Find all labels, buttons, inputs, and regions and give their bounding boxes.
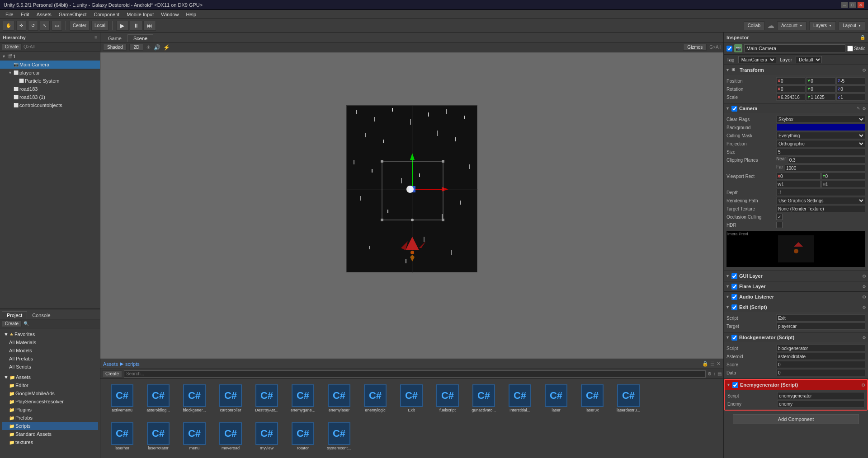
pause-btn[interactable]: ⏸ — [130, 21, 142, 31]
inspector-close[interactable]: 🔒 — [860, 35, 865, 40]
exit-script-value[interactable]: Exit — [776, 314, 865, 322]
files-sort-icon[interactable]: ↕ — [713, 371, 716, 376]
bg-enabled[interactable] — [731, 335, 737, 341]
clear-flags-select[interactable]: Skybox — [776, 116, 865, 123]
file-enemylaser[interactable]: C# enemylaser — [321, 383, 357, 417]
scale-x[interactable]: X6.294316 — [776, 93, 805, 101]
transform-gear[interactable]: ⚙ — [862, 68, 866, 73]
tree-favorites[interactable]: ▼ ★ Favorites — [2, 330, 98, 338]
vp-w[interactable]: W1 — [776, 181, 821, 188]
tree-all-prefabs[interactable]: All Prefabs — [2, 355, 98, 363]
camera-gear[interactable]: ⚙ — [862, 106, 866, 111]
hier-item-road183[interactable]: ⬜ road183 — [0, 85, 100, 93]
breadcrumb-assets[interactable]: Assets — [103, 361, 118, 367]
gui-layer-header[interactable]: ▼ GUI Layer ⚙ — [724, 271, 868, 281]
layers-btn[interactable]: Layers — [809, 21, 836, 30]
tree-plugins[interactable]: 📁 Plugins — [2, 406, 98, 414]
hier-item-main-camera[interactable]: 📷 Main Camera — [0, 61, 100, 69]
gizmos-btn[interactable]: Gizmos — [683, 44, 707, 51]
file-blockgener[interactable]: C# blockgener... — [176, 383, 212, 417]
tab-project[interactable]: Project — [2, 311, 27, 319]
eg-enemy-value[interactable]: enemy — [777, 400, 864, 407]
gui-layer-enabled[interactable] — [731, 273, 737, 279]
files-close-icon[interactable]: ✕ — [717, 361, 721, 367]
rotation-z[interactable]: Z0 — [836, 85, 865, 93]
projection-select[interactable]: Orthographic — [776, 140, 865, 147]
position-z[interactable]: Z-5 — [836, 77, 865, 84]
audio-listener-gear[interactable]: ⚙ — [862, 294, 866, 299]
menu-component[interactable]: Component — [90, 11, 123, 18]
file-asteroidlog[interactable]: C# asteroidlog... — [140, 383, 176, 417]
layer-select[interactable]: Default — [796, 56, 822, 63]
size-value[interactable]: 5 — [776, 148, 865, 155]
bg-score-value[interactable]: 0 — [776, 361, 865, 368]
background-color[interactable] — [776, 124, 865, 131]
tree-assets[interactable]: ▼ 📁 Assets — [2, 373, 98, 381]
collab-btn[interactable]: Collab — [744, 21, 764, 30]
file-gunactivato[interactable]: C# gunactivato... — [466, 383, 502, 417]
exit-enabled[interactable] — [731, 304, 737, 310]
clip-near-value[interactable]: 0.3 — [788, 156, 865, 164]
files-filter-icon[interactable]: ⚙ — [708, 371, 712, 376]
blockgenerator-header[interactable]: ▼ Blockgenerator (Script) ⚙ — [724, 332, 868, 342]
layout-btn[interactable]: Layout — [839, 21, 865, 30]
hier-item-road183-1[interactable]: ⬜ road183 (1) — [0, 93, 100, 101]
file-systemcont[interactable]: C# systemcont... — [321, 421, 357, 455]
audio-icon[interactable]: 🔊 — [154, 44, 160, 51]
tool-rotate[interactable]: ↺ — [28, 21, 38, 31]
cloud-icon[interactable]: ☁ — [767, 21, 774, 30]
menu-gameobject[interactable]: GameObject — [55, 11, 90, 18]
file-rotator[interactable]: C# rotator — [285, 421, 321, 455]
step-btn[interactable]: ⏭ — [143, 21, 156, 31]
tool-hand[interactable]: ✋ — [3, 21, 14, 31]
rotation-x[interactable]: X0 — [776, 85, 805, 93]
tree-textures[interactable]: 📁 textures — [2, 438, 98, 446]
file-activemenu[interactable]: C# activemenu — [104, 383, 140, 417]
file-carconroller[interactable]: C# carconroller — [212, 383, 249, 417]
file-fuelscript[interactable]: C# fuelscript — [429, 383, 466, 417]
bg-data-value[interactable]: 0 — [776, 369, 865, 376]
hier-item-playercar[interactable]: ▼ ⬜ playercar — [0, 69, 100, 77]
vp-h[interactable]: H1 — [821, 181, 866, 188]
tree-all-scripts[interactable]: All Scripts — [2, 363, 98, 371]
tree-scripts[interactable]: 📁 Scripts — [2, 422, 98, 430]
fx-icon[interactable]: ⚡ — [163, 44, 170, 51]
hierarchy-close[interactable]: ≡ — [94, 35, 97, 40]
transform-header[interactable]: ▼ ⊞ Transform ⚙ — [724, 65, 868, 75]
tool-scale[interactable]: ⤡ — [40, 21, 50, 31]
vp-y[interactable]: Y0 — [821, 173, 866, 180]
tag-select[interactable]: MainCamera — [738, 56, 776, 63]
tree-play[interactable]: 📁 PlayServicesResolver — [2, 397, 98, 406]
files-list-icon[interactable]: ☰ — [710, 361, 715, 367]
audio-listener-header[interactable]: ▼ Audio Listener ⚙ — [724, 292, 868, 302]
file-myview[interactable]: C# myview — [249, 421, 285, 455]
menu-assets[interactable]: Assets — [33, 11, 55, 18]
tab-console[interactable]: Console — [27, 311, 55, 319]
center-btn[interactable]: Center — [70, 21, 90, 31]
enemygenerator-header[interactable]: ▼ Enemygenerator (Script) ⚙ — [725, 380, 867, 390]
minimize-btn[interactable]: ─ — [841, 2, 848, 8]
file-enemylogic[interactable]: C# enemylogic — [357, 383, 393, 417]
tree-google[interactable]: 📁 GoogleMobileAds — [2, 389, 98, 397]
eg-enabled[interactable] — [732, 382, 738, 388]
tab-game[interactable]: Game — [102, 34, 127, 42]
tree-editor[interactable]: 📁 Editor — [2, 381, 98, 389]
audio-listener-enabled[interactable] — [731, 294, 737, 300]
culling-mask-select[interactable]: Everything — [776, 132, 865, 139]
project-create-btn[interactable]: Create — [2, 320, 22, 327]
exit-gear[interactable]: ⚙ — [862, 305, 866, 310]
camera-header[interactable]: ▼ Camera ✎ ⚙ — [724, 103, 868, 113]
file-interstitial[interactable]: C# Interstitial... — [502, 383, 538, 417]
file-moveroad[interactable]: C# moveroad — [212, 421, 249, 455]
maximize-btn[interactable]: □ — [849, 2, 856, 8]
files-create-btn[interactable]: Create — [102, 370, 122, 377]
file-enemygane[interactable]: C# enemygane... — [285, 383, 321, 417]
flare-layer-enabled[interactable] — [731, 284, 737, 290]
file-laser3x[interactable]: C# laser3x — [574, 383, 610, 417]
scale-y[interactable]: Y1.1625 — [806, 93, 835, 101]
menu-file[interactable]: File — [2, 11, 17, 18]
position-y[interactable]: Y0 — [806, 77, 835, 84]
tree-all-models[interactable]: All Models — [2, 346, 98, 355]
menu-window[interactable]: Window — [157, 11, 182, 18]
files-search-input[interactable] — [124, 370, 706, 378]
